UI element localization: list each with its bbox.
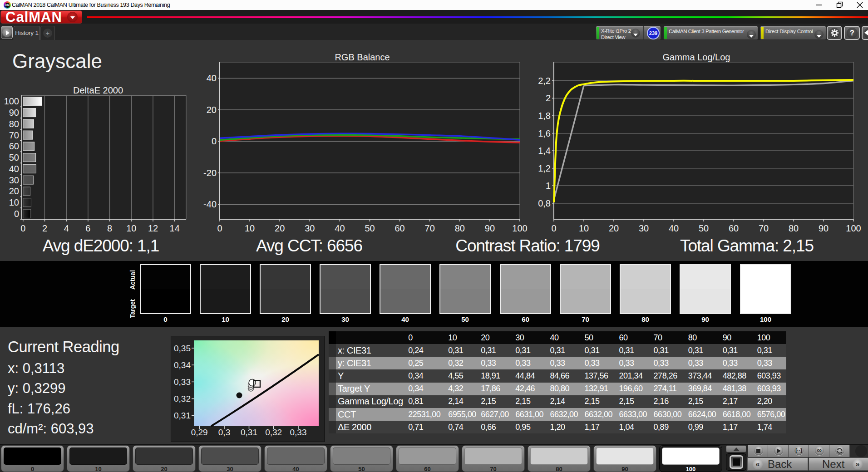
svg-text:0,33: 0,33 xyxy=(290,428,307,437)
svg-text:0,34: 0,34 xyxy=(174,360,191,370)
svg-text:50: 50 xyxy=(9,152,19,162)
svg-text:30: 30 xyxy=(305,223,315,233)
svg-text:30: 30 xyxy=(639,223,649,233)
svg-text:60: 60 xyxy=(729,223,739,233)
svg-text:-20: -20 xyxy=(203,168,217,178)
svg-text:0,32: 0,32 xyxy=(174,394,191,403)
svg-text:Avg dE2000: 1,1: Avg dE2000: 1,1 xyxy=(43,236,159,255)
svg-text:10: 10 xyxy=(579,223,589,233)
svg-text:4: 4 xyxy=(64,223,69,233)
svg-text:1,4: 1,4 xyxy=(538,146,551,156)
svg-text:0: 0 xyxy=(14,209,19,219)
svg-text:0,31: 0,31 xyxy=(174,411,191,420)
svg-text:40: 40 xyxy=(9,164,19,174)
svg-text:20: 20 xyxy=(9,186,19,196)
svg-text:90: 90 xyxy=(9,108,19,118)
svg-text:70: 70 xyxy=(425,223,435,233)
svg-text:90: 90 xyxy=(485,223,495,233)
svg-text:100: 100 xyxy=(4,96,19,106)
svg-text:80: 80 xyxy=(455,223,465,233)
svg-text:1,6: 1,6 xyxy=(538,128,551,138)
svg-text:12: 12 xyxy=(148,223,158,233)
svg-text:90: 90 xyxy=(819,223,829,233)
svg-text:70: 70 xyxy=(9,130,19,140)
svg-text:100: 100 xyxy=(512,223,527,233)
svg-text:Total Gamma: 2,15: Total Gamma: 2,15 xyxy=(680,236,814,255)
svg-text:20: 20 xyxy=(609,223,619,233)
svg-text:1,2: 1,2 xyxy=(538,163,551,173)
svg-text:10: 10 xyxy=(9,197,19,207)
svg-text:RGB Balance: RGB Balance xyxy=(335,52,390,62)
svg-text:8: 8 xyxy=(107,223,112,233)
svg-text:-40: -40 xyxy=(203,199,217,209)
svg-text:0,3: 0,3 xyxy=(218,428,230,437)
svg-text:80: 80 xyxy=(789,223,799,233)
svg-text:Avg CCT: 6656: Avg CCT: 6656 xyxy=(256,236,362,255)
svg-text:10: 10 xyxy=(126,223,136,233)
svg-text:60: 60 xyxy=(395,223,404,233)
svg-text:0: 0 xyxy=(20,223,25,233)
svg-text:0: 0 xyxy=(551,223,556,233)
svg-text:1: 1 xyxy=(546,181,551,191)
svg-text:0,29: 0,29 xyxy=(191,428,208,437)
svg-text:70: 70 xyxy=(759,223,769,233)
svg-text:10: 10 xyxy=(245,223,255,233)
svg-text:20: 20 xyxy=(207,105,217,115)
svg-text:40: 40 xyxy=(335,223,345,233)
svg-text:60: 60 xyxy=(9,141,19,151)
svg-text:0,33: 0,33 xyxy=(174,377,191,387)
svg-text:20: 20 xyxy=(275,223,285,233)
svg-text:Gamma Log/Log: Gamma Log/Log xyxy=(663,52,730,62)
svg-text:100: 100 xyxy=(846,223,861,233)
svg-text:30: 30 xyxy=(9,175,19,185)
svg-text:1,8: 1,8 xyxy=(538,111,551,121)
svg-text:6: 6 xyxy=(85,223,90,233)
svg-text:40: 40 xyxy=(669,223,679,233)
svg-text:0,31: 0,31 xyxy=(241,428,257,437)
svg-text:2: 2 xyxy=(546,93,551,103)
svg-text:DeltaE 2000: DeltaE 2000 xyxy=(73,85,123,95)
svg-text:0,8: 0,8 xyxy=(538,198,551,208)
svg-text:2: 2 xyxy=(42,223,47,233)
svg-text:80: 80 xyxy=(9,119,19,129)
svg-text:0: 0 xyxy=(212,136,217,146)
svg-text:0,32: 0,32 xyxy=(265,428,282,437)
svg-text:50: 50 xyxy=(699,223,709,233)
svg-text:0: 0 xyxy=(217,223,222,233)
svg-text:50: 50 xyxy=(365,223,375,233)
svg-text:0,35: 0,35 xyxy=(174,344,191,353)
svg-text:40: 40 xyxy=(207,73,217,83)
svg-text:2,2: 2,2 xyxy=(538,76,551,86)
svg-text:Contrast Ratio: 1799: Contrast Ratio: 1799 xyxy=(455,236,599,255)
svg-text:14: 14 xyxy=(170,223,180,233)
